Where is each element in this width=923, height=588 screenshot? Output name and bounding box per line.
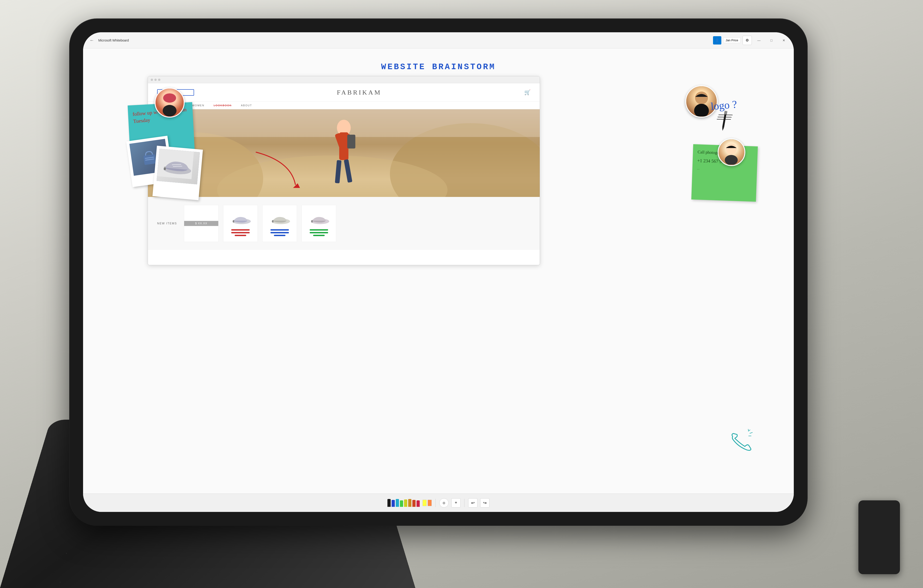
browser-bar (148, 76, 540, 83)
pen-green[interactable] (400, 500, 403, 507)
mockup-nav: HOME MEN WOMEN LOOKBOOK ABOUT (148, 102, 540, 109)
app-title: Microsoft Whiteboard (98, 39, 713, 42)
svg-marker-26 (721, 127, 724, 131)
pen-yellow[interactable] (404, 500, 407, 507)
svg-point-20 (163, 93, 176, 103)
logo-annotation: logo ? (711, 99, 738, 132)
browser-dot-2 (154, 79, 157, 81)
svg-rect-16 (311, 220, 313, 223)
pen-black[interactable] (388, 499, 391, 507)
minimize-button[interactable]: — (754, 37, 764, 44)
new-items-label: NEW ITEMS (157, 222, 177, 225)
tablet-screen: ← Microsoft Whiteboard 👤 Jan Price ⚙ — □… (83, 32, 794, 512)
svg-rect-12 (233, 220, 234, 223)
pen-orange[interactable] (408, 499, 411, 507)
avatar-female-1 (154, 88, 185, 118)
product-shoe-1 (223, 205, 258, 242)
svg-point-22 (694, 104, 709, 116)
svg-line-41 (749, 432, 752, 433)
svg-rect-14 (272, 220, 273, 223)
maximize-button[interactable]: □ (766, 37, 777, 44)
shoe-photo-svg (157, 149, 194, 179)
pen-pink[interactable] (417, 500, 420, 507)
pen-sketch-svg (709, 107, 740, 134)
tablet-device: ← Microsoft Whiteboard 👤 Jan Price ⚙ — □… (69, 18, 808, 526)
telephone-annotation (728, 428, 756, 456)
user-avatar-button[interactable]: 👤 (713, 36, 721, 44)
shape-button[interactable]: + (452, 498, 461, 508)
shoe-svg-3 (309, 213, 329, 225)
whiteboard-title: WEBSITE BRAINSTORM (381, 62, 496, 72)
svg-rect-27 (724, 111, 728, 115)
person-svg-female2 (719, 139, 744, 165)
pen-tools-group (388, 499, 420, 507)
shoe-img-content (157, 149, 200, 185)
product-sketch-lines-2 (271, 229, 289, 236)
cart-icon: 🛒 (524, 90, 530, 95)
shoe-svg-1 (230, 213, 251, 225)
telephone-svg (728, 428, 756, 455)
hero-svg (148, 109, 540, 197)
window-controls: 👤 Jan Price ⚙ — □ ✕ (713, 36, 789, 45)
settings-button[interactable]: ⚙ (742, 36, 752, 45)
svg-point-23 (726, 143, 737, 154)
user-name-label: Jan Price (726, 39, 738, 42)
close-button[interactable]: ✕ (778, 37, 789, 44)
browser-dot-1 (151, 79, 153, 81)
product-shoe-2 (262, 205, 297, 242)
pen-blue[interactable] (392, 500, 395, 507)
pen-red-dark[interactable] (412, 500, 416, 507)
fabrikam-logo: FABRIKAM (337, 89, 382, 96)
product-sketch-lines-3 (310, 229, 328, 236)
product-shoe-3 (302, 205, 336, 242)
title-bar: ← Microsoft Whiteboard 👤 Jan Price ⚙ — □… (83, 32, 794, 48)
back-arrow-icon: ← (90, 38, 94, 43)
avatar-female-1-image (156, 88, 184, 117)
product-price-card: $ XX.XX (184, 205, 218, 242)
website-mockup: 🔍 FABRIKAM 🛒 HOME MEN WOMEN LOOKBOOK ABO… (148, 76, 540, 265)
product-price-label: $ XX.XX (184, 221, 218, 226)
user-avatar-icon: 👤 (715, 38, 719, 43)
toolbar-separator-1 (435, 499, 436, 507)
polaroid-shoe-image (157, 149, 200, 185)
svg-point-21 (695, 92, 708, 105)
toolbar-separator-2 (464, 499, 465, 507)
shoe-svg-2 (269, 213, 290, 225)
whiteboard-canvas[interactable]: WEBSITE BRAINSTORM 🔍 FABRIKAM 🛒 (83, 48, 794, 493)
mockup-hero-image (148, 109, 540, 197)
whiteboard-toolbar: ⊙ + ↩ ↪ (83, 493, 794, 512)
person-svg-female (156, 89, 184, 116)
svg-rect-10 (347, 135, 355, 149)
product-sketch-lines-1 (231, 229, 250, 236)
highlighter-group (422, 500, 432, 506)
svg-point-24 (725, 155, 738, 165)
highlighter-orange[interactable] (428, 500, 432, 506)
avatar-female-2-image (719, 139, 744, 165)
svg-line-42 (749, 436, 751, 437)
svg-point-19 (163, 105, 177, 116)
nav-about: ABOUT (241, 104, 252, 107)
polaroid-shoe (153, 146, 203, 200)
mockup-products: NEW ITEMS $ XX.XX (148, 197, 540, 250)
back-button[interactable]: ← (88, 36, 96, 44)
svg-rect-37 (164, 167, 166, 168)
mockup-header: 🔍 FABRIKAM 🛒 (148, 83, 540, 102)
hero-background (148, 109, 540, 197)
right-phone-device (858, 500, 900, 574)
nav-lookbook: LOOKBOOK (214, 104, 232, 107)
browser-dot-3 (158, 79, 160, 81)
avatar-female-2 (718, 138, 745, 166)
undo-button[interactable]: ↩ (468, 498, 478, 508)
pen-cyan[interactable] (396, 499, 399, 507)
eraser-button[interactable]: ⊙ (439, 498, 448, 508)
highlighter-yellow[interactable] (422, 500, 427, 506)
redo-button[interactable]: ↪ (480, 498, 489, 508)
user-name-button[interactable]: Jan Price (723, 38, 741, 43)
nav-women: WOMEN (192, 104, 204, 107)
